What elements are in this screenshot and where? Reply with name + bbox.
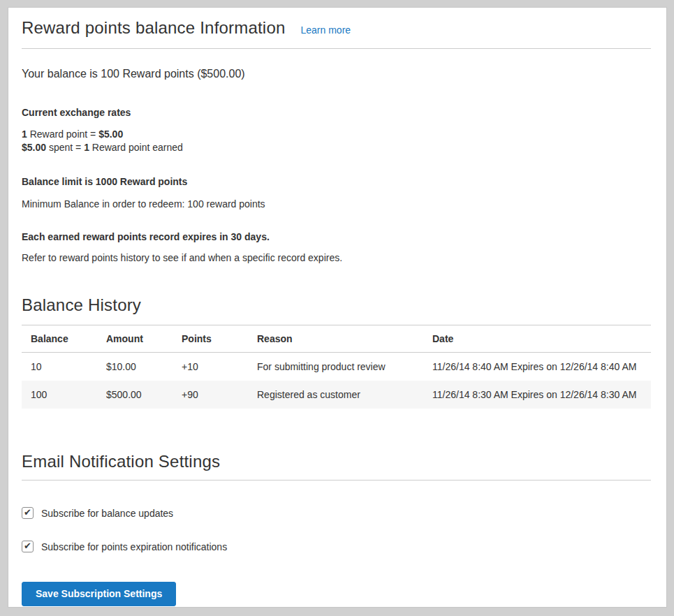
cell-points: +90 [173,381,248,409]
cell-balance: 10 [22,353,97,381]
save-subscription-settings-button[interactable]: Save Subscription Settings [22,582,176,606]
table-header-row: Balance Amount Points Reason Date [22,325,651,353]
subscribe-expiration-row: Subscribe for points expiration notifica… [22,541,651,552]
exchange-rate-line-2: $5.00 spent = 1 Reward point earned [22,141,651,154]
subscribe-expiration-label[interactable]: Subscribe for points expiration notifica… [41,541,227,552]
balance-history-table: Balance Amount Points Reason Date 10 $10… [22,325,651,409]
cell-amount: $10.00 [97,353,173,381]
balance-limit-text: Balance limit is 1000 Reward points [22,176,651,187]
cell-reason: Registered as customer [248,381,423,409]
cell-balance: 100 [22,381,97,409]
exchange-rate-line-1: 1 Reward point = $5.00 [22,128,651,141]
table-row: 10 $10.00 +10 For submitting product rev… [22,353,651,381]
subscribe-balance-updates-row: Subscribe for balance updates [22,507,651,519]
subscribe-balance-updates-checkbox[interactable] [22,507,34,519]
cell-date: 11/26/14 8:40 AM Expires on 12/26/14 8:4… [423,353,651,381]
column-header-amount: Amount [97,325,173,353]
table-row: 100 $500.00 +90 Registered as customer 1… [22,381,651,409]
exchange-rates-lines: 1 Reward point = $5.00 $5.00 spent = 1 R… [22,128,651,154]
page-header: Reward points balance Information Learn … [22,18,651,49]
learn-more-link[interactable]: Learn more [300,24,351,36]
reward-points-card: Reward points balance Information Learn … [8,7,667,608]
page-background: Reward points balance Information Learn … [0,0,674,616]
minimum-redeem-text: Minimum Balance in order to redeem: 100 … [22,198,651,210]
cell-reason: For submitting product review [248,353,423,381]
cell-amount: $500.00 [97,381,173,409]
page-title: Reward points balance Information [22,18,285,38]
email-settings-title: Email Notification Settings [22,452,651,471]
expiration-note-text: Refer to reward points history to see if… [22,252,651,263]
column-header-date: Date [423,325,651,353]
exchange-rates-heading: Current exchange rates [22,107,651,118]
expiration-rule-text: Each earned reward points record expires… [22,231,651,242]
cell-points: +10 [173,353,248,381]
balance-summary: Your balance is 100 Reward points ($500.… [22,68,651,80]
subscribe-balance-updates-label[interactable]: Subscribe for balance updates [41,508,173,519]
column-header-points: Points [173,325,248,353]
column-header-reason: Reason [248,325,423,353]
email-settings-header: Email Notification Settings [22,452,651,481]
subscribe-expiration-checkbox[interactable] [22,541,34,552]
column-header-balance: Balance [22,325,97,353]
balance-history-title: Balance History [22,295,651,315]
cell-date: 11/26/14 8:30 AM Expires on 12/26/14 8:3… [423,381,651,409]
